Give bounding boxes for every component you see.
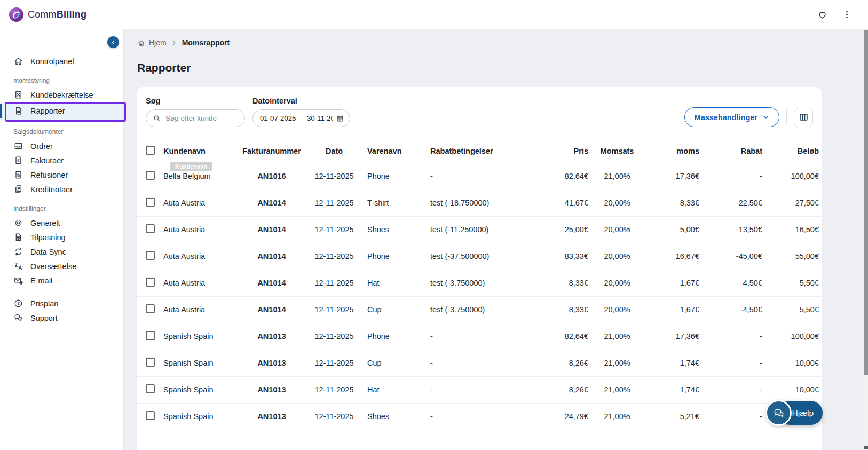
cell-rabatbetingelser: test (-3.750000) [427,296,532,323]
row-checkbox[interactable] [146,224,155,233]
cell-rabat: -4,50€ [703,296,766,323]
invoice-number-link[interactable]: AN1013 [239,323,304,350]
table-body: Bella BelgiumAN101612-11-2025Phone-82,64… [137,163,822,430]
column-header-varenavn: Varenavn [364,139,427,163]
cell-belob: 5,50€ [766,270,822,296]
top-bar: CommBilling [0,0,868,29]
row-checkbox[interactable] [146,304,155,313]
invoice-number-link[interactable]: AN1013 [239,350,304,376]
cell-momsats: 20,00% [591,243,643,270]
search-input[interactable] [165,114,239,122]
scrollbar-thumb[interactable] [864,30,868,375]
cell-dato: 12-11-2025 [304,190,364,216]
chat-help-icon [766,400,792,426]
sidebar-item-refusioner[interactable]: Refusioner [0,168,123,182]
table-row: Auta AustriaAN101412-11-2025Hattest (-3.… [137,270,822,296]
cell-pris: 83,33€ [532,243,591,270]
column-header-moms: moms [643,139,703,163]
sidebar-item-ordrer[interactable]: Ordrer [0,139,123,153]
row-checkbox[interactable] [146,278,155,287]
cell-varenavn: Shoes [364,216,427,243]
cell-momsats: 20,00% [591,216,643,243]
cell-rabatbetingelser: test (-3.750000) [427,270,532,296]
cell-dato: 12-11-2025 [304,163,364,190]
breadcrumb: Hjem Momsrapport [124,29,863,47]
table-row: Auta AustriaAN101412-11-2025Phonetest (-… [137,243,822,270]
sidebar-item-generelt[interactable]: Generelt [0,216,123,230]
sidebar-item-overs-ttelse[interactable]: Oversættelse [0,259,123,273]
row-checkbox[interactable] [146,171,155,180]
cell-dato: 12-11-2025 [304,216,364,243]
cell-momsats: 21,00% [591,350,643,376]
kebab-menu-icon[interactable] [842,10,852,20]
row-checkbox[interactable] [146,384,155,393]
sidebar-item-tilpasning[interactable]: Tilpasning [0,230,123,244]
invoice-number-link[interactable]: AN1013 [239,376,304,403]
invoice-number-link[interactable]: AN1016 [239,163,304,190]
brand-logo[interactable]: CommBilling [0,7,86,22]
date-range-input[interactable]: 01-07-2025 — 30-11-202 [252,109,350,127]
sidebar-item-kontrolpanel[interactable]: Kontrolpanel [0,54,123,68]
invoice-number-link[interactable]: AN1014 [239,270,304,296]
svg-text:€: € [17,301,20,306]
invoice-number-link[interactable]: AN1014 [239,190,304,216]
sidebar-nav: KontrolpanelmomsstyringKundebekræftelseR… [0,54,123,325]
cell-rabatbetingelser: - [427,163,532,190]
row-checkbox-cell [137,216,160,243]
cell-pris: 8,26€ [532,376,591,403]
cell-moms: 5,21€ [643,403,703,430]
cell-momsats: 20,00% [591,190,643,216]
row-checkbox[interactable] [146,411,155,420]
column-header-fakturanummer: Fakturanummer [239,139,304,163]
cell-moms: 5,00€ [643,216,703,243]
cell-varenavn: Shoes [364,403,427,430]
invoice-number-link[interactable]: AN1014 [239,216,304,243]
cell-pris: 24,79€ [532,403,591,430]
report-card: Søg Datointerval 01-07-2025 — 30-11-202 [137,87,822,450]
favorites-heart-icon[interactable] [817,9,828,20]
breadcrumb-home-link[interactable]: Hjem [137,38,167,47]
row-checkbox[interactable] [146,331,155,340]
table-row: Auta AustriaAN101412-11-2025T-shirttest … [137,190,822,216]
row-checkbox[interactable] [146,358,155,367]
sidebar-item-support[interactable]: Support [0,311,123,325]
invoice-number-link[interactable]: AN1014 [239,243,304,270]
invoice-number-link[interactable]: AN1014 [239,296,304,323]
row-checkbox[interactable] [146,198,155,207]
sidebar-item-e-mail[interactable]: E-mail [0,273,123,288]
bulk-actions-button[interactable]: Massehandlinger [684,107,779,127]
cell-rabat: - [703,323,766,350]
cell-rabat: -22,50€ [703,190,766,216]
cell-momsats: 21,00% [591,403,643,430]
row-checkbox-cell [137,403,160,430]
cell-momsats: 21,00% [591,163,643,190]
calendar-icon [336,114,344,123]
row-checkbox-cell [137,296,160,323]
sidebar-item-kundebekr-ftelse[interactable]: Kundebekræftelse [0,88,123,102]
invoice-number-link[interactable]: AN1013 [239,403,304,430]
sidebar-item-label: Kundebekræftelse [30,91,93,99]
cell-varenavn: Hat [364,270,427,296]
cell-momsats: 20,00% [591,296,643,323]
sidebar-item-label: Tilpasning [30,233,66,242]
column-settings-button[interactable] [794,108,813,127]
cell-dato: 12-11-2025 [304,350,364,376]
sidebar-item-data-sync[interactable]: Data Sync [0,244,123,259]
cell-belob: 100,00€ [766,323,822,350]
cell-moms: 1,67€ [643,270,703,296]
row-checkbox-cell [137,190,160,216]
sidebar-section-label: momsstyring [0,77,123,84]
scrollbar-arrow[interactable] [864,446,868,449]
sidebar-item-rapporter[interactable]: Rapporter [0,102,123,120]
column-header-rabat: Rabat [703,139,766,163]
sidebar-item-kreditnotaer[interactable]: Kreditnotaer [0,182,123,196]
vertical-scrollbar [863,29,868,450]
row-checkbox-cell [137,270,160,296]
sidebar-item-prisplan[interactable]: €Prisplan [0,296,123,311]
cell-belob: 10,00€ [766,376,822,403]
row-checkbox[interactable] [146,251,155,260]
sidebar-item-label: Ordrer [30,142,53,151]
sidebar-collapse-button[interactable] [107,36,119,48]
select-all-checkbox[interactable] [146,146,155,155]
sidebar-item-fakturaer[interactable]: €Fakturaer [0,153,123,168]
